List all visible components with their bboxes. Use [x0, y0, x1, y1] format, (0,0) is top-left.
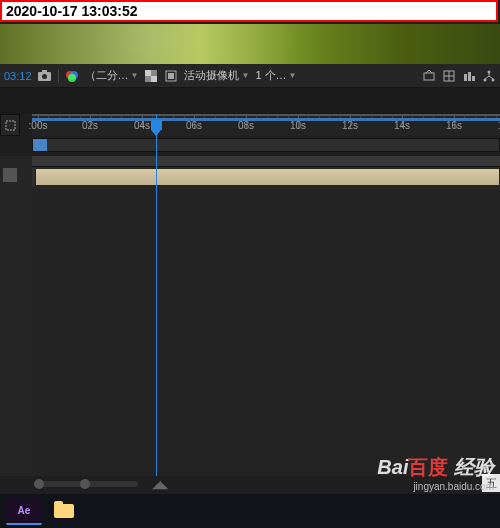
channels-icon[interactable] — [65, 69, 79, 83]
ruler-tick-label: 02s — [82, 120, 98, 131]
preview-toolbar: 03:12 （二分… ▼ 活动摄像机 ▼ 1 个… ▼ — [0, 64, 500, 88]
chevron-down-icon: ▼ — [289, 71, 297, 80]
watermark-brand-a: Bai — [377, 456, 408, 478]
playhead[interactable] — [156, 114, 157, 476]
snapshot-icon[interactable] — [38, 69, 52, 83]
svg-point-2 — [42, 74, 47, 79]
ruler-tick-label: :00s — [29, 120, 48, 131]
camera-dropdown[interactable]: 活动摄像机 ▼ — [184, 68, 249, 83]
ruler-tick-label: 08s — [238, 120, 254, 131]
work-area-bar[interactable] — [32, 118, 500, 121]
share-view-icon[interactable] — [422, 69, 436, 83]
separator — [58, 69, 59, 83]
resolution-dropdown[interactable]: （二分… ▼ — [85, 68, 139, 83]
toolbar-right-group — [422, 69, 496, 83]
windows-taskbar: Ae — [0, 494, 500, 528]
svg-rect-10 — [168, 73, 174, 79]
ruler-tick-label: 04s — [134, 120, 150, 131]
zoom-knob-right[interactable] — [80, 479, 90, 489]
zoom-slider[interactable] — [38, 481, 138, 487]
chevron-down-icon: ▼ — [241, 71, 249, 80]
timeline-left-column — [0, 156, 33, 476]
zoom-mountain-icon[interactable]: ◢◣ — [152, 478, 168, 491]
fast-previews-icon[interactable] — [462, 69, 476, 83]
layer-color-swatch[interactable] — [3, 168, 17, 182]
views-dropdown[interactable]: 1 个… ▼ — [255, 68, 296, 83]
timeline-tracks[interactable] — [32, 156, 500, 476]
svg-rect-11 — [424, 73, 434, 80]
views-label: 1 个… — [255, 68, 286, 83]
ruler-tick-label: 16s — [446, 120, 462, 131]
resolution-label: （二分… — [85, 68, 129, 83]
ruler-tick-label: 10s — [290, 120, 306, 131]
navigator-thumb[interactable] — [33, 139, 47, 151]
svg-rect-1 — [42, 70, 47, 73]
transparency-grid-icon[interactable] — [144, 69, 158, 83]
region-of-interest-icon[interactable] — [0, 114, 20, 136]
svg-rect-19 — [6, 121, 15, 130]
layer-clip[interactable] — [35, 168, 500, 186]
watermark-brand-c: 经验 — [454, 456, 494, 478]
ruler-tick-label: 14s — [394, 120, 410, 131]
ruler-tick-label: 12s — [342, 120, 358, 131]
preview-timecode[interactable]: 03:12 — [4, 70, 32, 82]
pixel-aspect-icon[interactable] — [442, 69, 456, 83]
timestamp-text: 2020-10-17 13:03:52 — [6, 3, 138, 19]
taskbar-app-explorer[interactable] — [46, 498, 82, 524]
panel-gap — [0, 88, 500, 114]
svg-rect-7 — [145, 70, 151, 76]
playhead-handle[interactable] — [151, 120, 162, 130]
timeline-navigator[interactable] — [32, 138, 500, 152]
svg-point-5 — [68, 74, 76, 82]
chevron-down-icon: ▼ — [131, 71, 139, 80]
svg-rect-13 — [464, 74, 467, 81]
watermark-brand-b: 百度 — [408, 456, 448, 478]
camera-label: 活动摄像机 — [184, 68, 239, 83]
folder-icon — [54, 504, 74, 518]
composition-preview[interactable] — [0, 24, 500, 64]
svg-rect-8 — [151, 76, 157, 82]
watermark-url: jingyan.baidu.com — [377, 481, 494, 492]
svg-rect-14 — [468, 72, 471, 81]
watermark: Bai百度 经验 jingyan.baidu.com — [377, 454, 494, 492]
ae-label: Ae — [18, 505, 31, 516]
flowchart-icon[interactable] — [482, 69, 496, 83]
svg-rect-15 — [472, 76, 475, 81]
ruler-tick-label: 06s — [186, 120, 202, 131]
zoom-knob-left[interactable] — [34, 479, 44, 489]
taskbar-app-aftereffects[interactable]: Ae — [6, 497, 42, 525]
tracks-header-strip — [32, 156, 500, 167]
timestamp-overlay: 2020-10-17 13:03:52 — [0, 0, 498, 22]
tracks-empty-area[interactable] — [32, 190, 500, 476]
mask-icon[interactable] — [164, 69, 178, 83]
